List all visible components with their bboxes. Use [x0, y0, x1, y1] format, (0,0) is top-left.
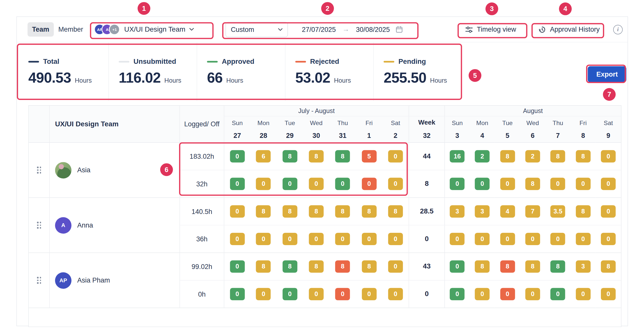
calendar-icon[interactable]	[395, 26, 403, 33]
team-selector[interactable]: APA+1 UX/UI Design Team	[90, 24, 212, 35]
hours-cell[interactable]: 0	[470, 281, 495, 308]
hours-cell[interactable]: 0	[571, 170, 596, 198]
hours-cell[interactable]: 0	[596, 170, 621, 198]
hours-cell[interactable]: 0	[495, 225, 520, 253]
hours-cell[interactable]: 8	[356, 198, 382, 226]
hours-cell[interactable]: 8	[330, 198, 356, 226]
hours-cell[interactable]: 8	[250, 198, 277, 226]
hours-cell[interactable]: 8	[571, 143, 596, 170]
hours-cell[interactable]: 0	[382, 281, 409, 308]
hours-cell[interactable]: 0	[277, 281, 303, 308]
hours-cell[interactable]: 0	[520, 281, 545, 308]
hours-cell[interactable]: 0	[303, 225, 329, 253]
hours-cell[interactable]: 0	[596, 198, 621, 226]
hours-cell[interactable]: 8	[545, 253, 571, 281]
date-to[interactable]: 30/08/2025	[356, 26, 390, 33]
hours-cell[interactable]: 0	[470, 225, 495, 253]
date-from[interactable]: 27/07/2025	[302, 26, 336, 33]
hours-cell[interactable]: 0	[224, 170, 250, 198]
hours-cell[interactable]: 3	[444, 198, 470, 226]
info-icon[interactable]: i	[613, 25, 623, 34]
hours-cell[interactable]: 4	[495, 198, 520, 226]
drag-handle[interactable]	[37, 222, 41, 229]
hours-cell[interactable]: 0	[277, 170, 303, 198]
hours-cell[interactable]: 8	[303, 253, 329, 281]
hours-cell[interactable]: 0	[224, 253, 250, 281]
tab-member[interactable]: Member	[54, 22, 88, 36]
hours-cell[interactable]: 8	[356, 253, 382, 281]
hours-cell[interactable]: 0	[545, 225, 571, 253]
hours-cell[interactable]: 0	[444, 170, 470, 198]
hours-cell[interactable]: 0	[356, 170, 382, 198]
hours-cell[interactable]: 6	[250, 143, 277, 170]
hours-cell[interactable]: 3	[470, 198, 495, 226]
hours-cell[interactable]: 2	[470, 143, 495, 170]
drag-handle[interactable]	[37, 167, 41, 174]
hours-cell[interactable]: 2	[520, 143, 545, 170]
hours-cell[interactable]: 0	[303, 170, 329, 198]
hours-cell[interactable]: 0	[444, 281, 470, 308]
hours-cell[interactable]: 7	[520, 198, 545, 226]
hours-cell[interactable]: 8	[303, 143, 329, 170]
hours-cell[interactable]: 0	[495, 281, 520, 308]
hours-cell[interactable]: 0	[382, 143, 409, 170]
hours-cell[interactable]: 0	[330, 225, 356, 253]
hours-cell[interactable]: 0	[495, 170, 520, 198]
hours-cell[interactable]: 0	[356, 281, 382, 308]
hours-cell[interactable]: 0	[356, 225, 382, 253]
hours-cell[interactable]: 0	[250, 281, 277, 308]
hours-cell[interactable]: 0	[545, 281, 571, 308]
hours-cell[interactable]: 8	[571, 198, 596, 226]
hours-cell[interactable]: 0	[330, 170, 356, 198]
hours-cell[interactable]: 0	[303, 281, 329, 308]
tab-team[interactable]: Team	[28, 22, 54, 36]
hours-cell[interactable]: 0	[444, 225, 470, 253]
hours-cell[interactable]: 8	[596, 253, 621, 281]
timelog-view-button[interactable]: Timelog view	[462, 25, 519, 34]
hours-cell[interactable]: 0	[444, 253, 470, 281]
hours-cell[interactable]: 8	[277, 198, 303, 226]
hours-cell[interactable]: 8	[470, 253, 495, 281]
hours-value: 0	[309, 288, 324, 300]
hours-cell[interactable]: 8	[545, 143, 571, 170]
hours-cell[interactable]: 8	[330, 143, 356, 170]
hours-cell[interactable]: 8	[277, 253, 303, 281]
hours-cell[interactable]: 0	[382, 225, 409, 253]
hours-cell[interactable]: 0	[596, 225, 621, 253]
hours-cell[interactable]: 0	[224, 281, 250, 308]
hours-cell[interactable]: 0	[250, 170, 277, 198]
hours-cell[interactable]: 0	[571, 225, 596, 253]
hours-cell[interactable]: 0	[224, 143, 250, 170]
export-button[interactable]: Export	[588, 66, 626, 82]
range-type-select[interactable]: Custom	[225, 22, 288, 37]
hours-cell[interactable]: 8	[495, 143, 520, 170]
hours-cell[interactable]: 0	[470, 170, 495, 198]
approval-history-button[interactable]: Approval History	[536, 25, 602, 34]
hours-cell[interactable]: 0	[382, 170, 409, 198]
hours-cell[interactable]: 8	[277, 143, 303, 170]
hours-cell[interactable]: 0	[250, 225, 277, 253]
hours-cell[interactable]: 0	[596, 143, 621, 170]
hours-cell[interactable]: 3	[571, 253, 596, 281]
hours-cell[interactable]: 8	[382, 198, 409, 226]
hours-value: 0	[525, 288, 540, 300]
hours-cell[interactable]: 8	[520, 253, 545, 281]
hours-cell[interactable]: 0	[382, 253, 409, 281]
hours-cell[interactable]: 5	[356, 143, 382, 170]
hours-cell[interactable]: 0	[224, 225, 250, 253]
hours-cell[interactable]: 0	[224, 198, 250, 226]
hours-cell[interactable]: 8	[330, 253, 356, 281]
hours-cell[interactable]: 0	[520, 225, 545, 253]
hours-cell[interactable]: 0	[330, 281, 356, 308]
hours-cell[interactable]: 0	[571, 281, 596, 308]
hours-cell[interactable]: 8	[303, 198, 329, 226]
hours-cell[interactable]: 3.5	[545, 198, 571, 226]
hours-cell[interactable]: 8	[495, 253, 520, 281]
hours-cell[interactable]: 8	[520, 170, 545, 198]
hours-cell[interactable]: 8	[250, 253, 277, 281]
hours-cell[interactable]: 0	[277, 225, 303, 253]
hours-cell[interactable]: 16	[444, 143, 470, 170]
hours-cell[interactable]: 0	[596, 281, 621, 308]
hours-cell[interactable]: 0	[545, 170, 571, 198]
drag-handle[interactable]	[37, 277, 41, 284]
